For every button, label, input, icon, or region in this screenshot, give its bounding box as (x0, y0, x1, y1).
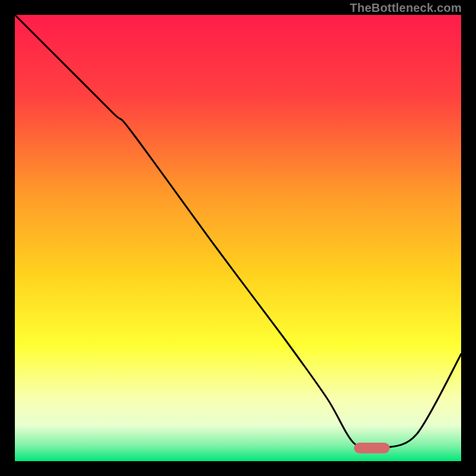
curve-path (15, 15, 461, 449)
optimal-marker (354, 443, 390, 453)
plot-area (15, 15, 461, 461)
bottleneck-curve (15, 15, 461, 461)
watermark-text: TheBottleneck.com (350, 1, 462, 15)
chart-frame: TheBottleneck.com (0, 0, 476, 476)
